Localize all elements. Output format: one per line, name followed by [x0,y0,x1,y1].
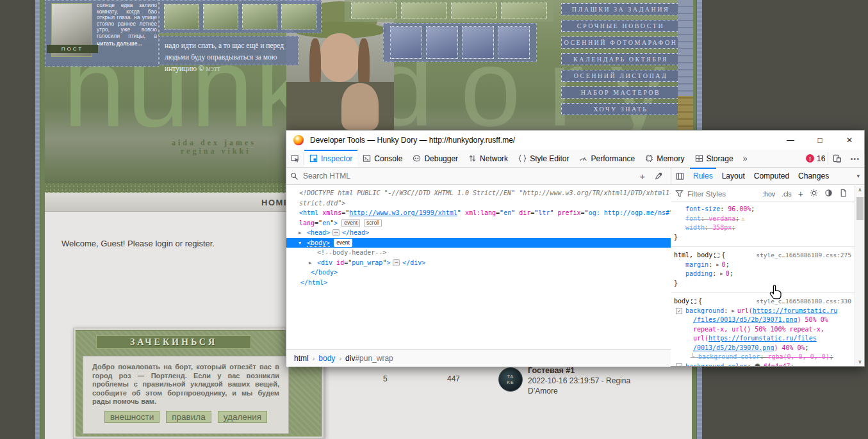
checkin-button[interactable]: внешности [104,411,160,423]
maximize-button[interactable]: □ [809,132,831,148]
css-rule-line[interactable]: font-size: 96.00%; [671,205,855,214]
html-tree-node[interactable]: strict.dtd"> [286,198,671,209]
search-html-input[interactable]: Search HTML [303,172,635,180]
responsive-mode-icon[interactable] [828,150,846,167]
read-more-link[interactable]: читать дальше... [97,41,157,47]
side-button[interactable]: ПЛАШКИ ЗА ЗАДАНИЯ [561,3,680,15]
css-rule-line[interactable]: ✓background: ▶ url(https://forumstatic.r… [671,307,855,316]
more-tabs-icon[interactable]: » [739,150,752,167]
pick-element-icon[interactable] [286,150,304,167]
portrait-thumb[interactable] [451,3,497,19]
css-rule-line[interactable]: padding: ▶ 0; [671,269,855,279]
filter-styles-input[interactable]: Filter Styles [687,190,759,198]
meatball-menu-icon[interactable]: ••• [846,150,864,167]
portrait-thumb[interactable] [501,3,547,19]
last-post-topic-link[interactable]: Гостевая #1 [528,366,575,375]
css-rule-line[interactable]: } [671,233,855,243]
portrait-thumb[interactable] [203,4,238,29]
breadcrumb-item[interactable]: html [294,354,309,363]
rule-source-link[interactable]: style_c…1665886189.css:275 [756,251,851,260]
tab-memory[interactable]: Memory [640,150,689,167]
tab-console[interactable]: Console [357,150,407,167]
class-panel-button[interactable]: .cls [778,190,795,198]
tab-network[interactable]: Network [463,150,513,167]
side-button[interactable]: ОСЕННИЙ ФОТОМАРАФОН [561,36,680,49]
side-button[interactable]: КАЛЕНДАРЬ ОКТЯБРЯ [561,53,680,65]
checkin-button[interactable]: правила [166,411,211,423]
last-post-author[interactable]: D’Amore [528,387,558,395]
tab-storage[interactable]: Storage [690,150,739,167]
html-tree-node[interactable]: lang="en">eventscroll [286,218,671,228]
html-tree-node[interactable]: <!DOCTYPE html PUBLIC "-//W3C//DTD XHTML… [286,188,671,198]
login-link[interactable]: login [155,239,172,248]
scrollbar-thumb[interactable] [856,197,864,220]
print-media-icon[interactable] [836,189,851,198]
sidebar-tab-rules[interactable]: Rules [689,168,717,184]
sidebar-toggle-icon[interactable] [671,172,689,180]
stylesheet-link[interactable]: /files/0013/d5/2b/39071.png [693,316,798,323]
stylesheet-link[interactable]: /0013/d5/2b/39070.png [693,344,774,351]
minimize-button[interactable]: — [780,132,801,148]
breadcrumb-item[interactable]: div#pun_wrap [345,354,393,363]
portrait-thumb[interactable] [164,4,199,29]
html-tree-node[interactable]: ▼<body>event [286,238,671,248]
portrait-thumb[interactable] [401,3,447,19]
tab-inspector[interactable]: Inspector [304,150,357,167]
css-rule-line[interactable]: html, body{style_c…1665886189.css:275 [671,251,855,260]
error-indicator[interactable]: ! 16 [806,150,828,167]
css-rule-line[interactable]: └ background-color: rgba(0, 0, 0, 0); [671,353,855,362]
side-button[interactable]: ХОЧУ ЗНАТЬ [561,103,680,115]
css-rule-line[interactable]: ✓background-color: #4e4e47; [671,362,855,367]
tab-performance[interactable]: Performance [574,150,640,167]
light-scheme-icon[interactable] [807,189,821,198]
html-tree-node[interactable]: <!--body-header--> [286,248,671,258]
html-tree-node[interactable]: </body> [286,267,671,278]
portrait-thumb[interactable] [426,26,458,59]
side-button[interactable]: ОСЕННИЙ ЛИСТОПАД [561,70,680,82]
html-tree-node[interactable]: ▶<head>⋯</head> [286,228,671,238]
sidebar-tab-layout[interactable]: Layout [717,168,749,184]
avatar[interactable]: TAKE [498,367,523,392]
stylesheet-link[interactable]: http://www.w3.org/1999/xhtml [349,209,457,216]
css-rule-line[interactable]: margin: ▶ 0; [671,260,855,270]
css-rule-line[interactable]: } [671,279,855,289]
register-link[interactable]: register [185,239,213,248]
breadcrumb-item[interactable]: body [318,354,335,363]
css-rule-line[interactable]: /0013/d5/2b/39070.png) 40% 0%; [671,344,855,353]
portrait-thumb[interactable] [462,26,494,59]
tab-debugger[interactable]: Debugger [407,150,463,167]
scroll-up-icon[interactable]: ∧ [855,187,865,193]
portrait-thumb[interactable] [390,26,422,59]
property-checkbox[interactable]: ✓ [676,308,682,314]
css-rule-line[interactable]: width: 358px; [671,223,855,233]
add-node-icon[interactable]: + [635,171,650,182]
sidebar-tab-computed[interactable]: Computed [749,168,794,184]
sidebar-tab-changes[interactable]: Changes [794,168,833,184]
add-rule-button[interactable]: + [795,189,807,199]
css-rule-line[interactable]: repeat-x, url() 50% 100% repeat-x, [671,325,855,335]
css-rule-line[interactable]: font: verdana;⚠ [671,214,855,224]
css-rule-line[interactable]: url(https://forumstatic.ru/files [671,334,855,344]
pseudo-class-button[interactable]: :hov [759,190,778,198]
portrait-thumb[interactable] [281,4,316,29]
html-tree-node[interactable]: </html> [286,278,671,288]
side-button[interactable]: НАБОР МАСТЕРОВ [561,86,680,99]
dark-scheme-icon[interactable] [821,189,836,198]
portrait-thumb[interactable] [351,3,397,19]
stylesheet-link[interactable]: https://forumstatic.ru/files [708,335,817,342]
close-button[interactable]: ✕ [839,132,860,148]
portrait-thumb[interactable] [242,4,277,29]
property-checkbox[interactable]: ✓ [676,363,682,367]
stylesheet-link[interactable]: https://forumstatic.ru [753,307,837,314]
checkin-button[interactable]: удаления [218,411,267,423]
html-tree-node[interactable]: <html xmlns="http://www.w3.org/1999/xhtm… [286,208,671,218]
css-rule-line[interactable]: body{style_c…1665886180.css:330 [671,297,855,307]
css-rule-line[interactable]: /files/0013/d5/2b/39071.png) 50% 0% [671,315,855,325]
html-tree-node[interactable]: ▶<div id="pun_wrap">⋯</div> [286,258,671,268]
side-button[interactable]: СРОЧНЫЕ НОВОСТИ [561,20,680,32]
sidebar-tabs-dropdown-icon[interactable]: ▾ [852,173,864,179]
rules-scrollbar[interactable]: ∧ ∨ [855,186,864,366]
devtools-titlebar[interactable]: Developer Tools — Hunky Dory — http://hu… [286,131,864,150]
eyedropper-icon[interactable] [650,172,667,180]
scroll-down-icon[interactable]: ∨ [855,359,865,365]
